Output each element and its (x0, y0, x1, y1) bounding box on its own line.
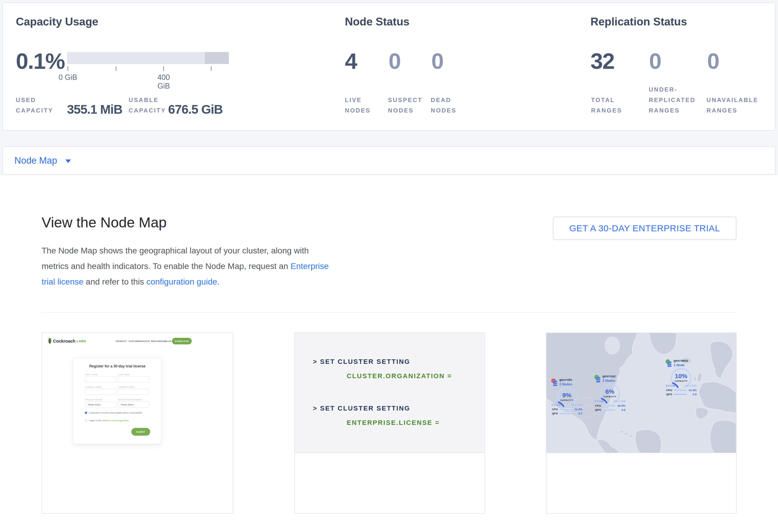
cpu-value: 42.5% (617, 404, 625, 407)
intro-paragraph: The Node Map shows the geographical layo… (42, 243, 329, 290)
last-name-label: LAST NAME (118, 374, 130, 376)
capacity-label: CAPACITY (594, 395, 625, 398)
cluster-summary-panel: Capacity Usage 0.1% 0 GiB 400 GiB USED C… (2, 2, 776, 131)
first-name-input (85, 376, 116, 382)
capacity-total: 34.4 GiB (685, 384, 697, 387)
nav-item-customers: CUSTOMERS (129, 340, 143, 342)
node-map-dropdown[interactable]: Node Map (14, 155, 71, 166)
download-button: DOWNLOAD (172, 338, 192, 345)
capacity-percent: 6% (594, 388, 625, 395)
cluster-overview-page: Capacity Usage 0.1% 0 GiB 400 GiB USED C… (0, 0, 778, 532)
sql-prompt-2: > SET CLUSTER SETTING (313, 404, 410, 412)
total-ranges-count: 32 (591, 48, 614, 74)
suspect-nodes-label: SUSPECT NODES (388, 83, 422, 116)
intro-line3-text: and refer to this (83, 277, 146, 286)
capacity-tick (163, 66, 164, 71)
node-count: 2 Nodes (559, 382, 572, 386)
step-2-card: > SET CLUSTER SETTING CLUSTER.ORGANIZATI… (294, 332, 485, 514)
capacity-tick (211, 66, 212, 71)
node-count: 1 Node (674, 363, 685, 367)
qps-label: QPS (666, 393, 673, 396)
company-name-input (85, 389, 116, 395)
intro-line2-text: metrics and health indicators. To enable… (42, 261, 291, 271)
database-icon (596, 377, 601, 383)
qps-label: QPS (595, 408, 602, 411)
unavailable-ranges-label: UNAVAILABLE RANGES (706, 83, 758, 116)
capacity-total: 35.1 GiB (571, 403, 582, 406)
suspect-nodes-count: 0 (389, 48, 400, 74)
used-capacity-label: USED CAPACITY (16, 83, 53, 116)
used-capacity-value: 355.1 MiB (67, 102, 122, 117)
capacity-used: 3.6 GiB (666, 384, 676, 387)
capacity-percent: 9% (551, 392, 582, 399)
cpu-value: 11.0% (574, 407, 582, 411)
step-1-card: Cockroach LABS PRODUCT CUSTOMERS DOCS RE… (42, 332, 233, 514)
capacity-percent: 0.1% (16, 48, 65, 74)
chevron-down-icon (66, 159, 71, 163)
reason-for-interest-label: REASON FOR INTEREST (118, 399, 142, 401)
capacity-percent: 10% (666, 373, 697, 380)
capacity-usage-title: Capacity Usage (16, 15, 98, 28)
database-icon (667, 362, 672, 367)
node-status-title: Node Status (345, 15, 409, 28)
get-enterprise-trial-button[interactable]: GET A 30-DAY ENTERPRISE TRIAL (553, 217, 736, 240)
form-title: Register for a 30-day trial license (73, 364, 161, 368)
capacity-label: CAPACITY (666, 380, 697, 382)
nav-item-resources: RESOURCES (151, 340, 165, 342)
sql-setting-license: ENTERPRISE.LICENSE = (347, 419, 440, 427)
capacity-label: CAPACITY (551, 399, 582, 401)
qps-sparkline (560, 412, 572, 415)
capacity-used: 3.7 GiB (594, 399, 604, 403)
dead-nodes-label: DEAD NODES (431, 83, 456, 116)
qps-value: 0.0 (622, 408, 625, 411)
locality-name: geo=sfo (559, 378, 572, 381)
configuration-guide-link[interactable]: configuration guide (146, 277, 217, 286)
sql-prompt-1: > SET CLUSTER SETTING (313, 358, 410, 366)
unavailable-count: 0 (707, 48, 719, 74)
locality-name: geo=nyc (603, 374, 616, 378)
cpu-label: CPU (595, 404, 602, 407)
database-icon (553, 381, 557, 386)
nav-item-blog: BLOG (165, 340, 172, 342)
total-ranges-label: TOTAL RANGES (591, 83, 622, 116)
cpu-label: CPU (552, 407, 558, 411)
cpu-sparkline (560, 408, 572, 410)
capacity-bar: 0 GiB 400 GiB (67, 52, 229, 64)
under-replicated-count: 0 (649, 48, 661, 74)
usable-capacity-label: USABLE CAPACITY (129, 83, 166, 116)
usable-capacity-value: 676.5 GiB (168, 102, 223, 117)
trial-license-form: Register for a 30-day trial license FIRS… (73, 358, 161, 444)
intro-line1: The Node Map shows the geographical layo… (42, 246, 309, 255)
sql-setting-organization: CLUSTER.ORGANIZATION = (347, 372, 452, 380)
qps-value: 4.7 (578, 412, 582, 415)
company-email-label: COMPANY EMAIL (118, 386, 135, 388)
capacity-tick (68, 66, 68, 71)
replication-status-title: Replication Status (591, 15, 687, 28)
project-phase-label: PROJECT PHASE (85, 399, 102, 401)
nav-item-docs: DOCS (143, 340, 150, 342)
company-name-label: COMPANY NAME (85, 386, 102, 388)
live-nodes-label: LIVE NODES (345, 83, 371, 116)
enterprise-trial-license-link[interactable]: trial license (42, 277, 83, 286)
dead-nodes-count: 0 (431, 48, 443, 74)
page-title: View the Node Map (42, 214, 167, 231)
view-selector-bar: Node Map (2, 146, 776, 175)
brand-name: Cockroach (53, 338, 75, 344)
capacity-tick-label-0: 0 GiB (56, 73, 80, 82)
project-phase-select: Please Select (85, 401, 116, 407)
checkbox-empty-icon (85, 420, 87, 422)
company-email-input (118, 389, 149, 395)
step-3-card: 1 geo=sfo 2 Nodes 9% CAPACITY 3.2 GiB 35… (546, 332, 737, 514)
nav-item-product: PRODUCT (116, 340, 127, 342)
first-name-label: FIRST NAME (85, 374, 97, 376)
locality-name: geo=ams (674, 359, 688, 362)
node-map-dropdown-label: Node Map (14, 155, 57, 166)
qps-value: 0.0 (693, 393, 697, 396)
enterprise-trial-license-link[interactable]: Enterprise (291, 261, 329, 271)
cpu-sparkline (674, 389, 687, 391)
trial-signup-screenshot: Cockroach LABS PRODUCT CUSTOMERS DOCS RE… (42, 333, 233, 451)
sql-commands-panel: > SET CLUSTER SETTING CLUSTER.ORGANIZATI… (295, 333, 484, 453)
qps-sparkline (603, 408, 615, 411)
cockroach-labs-logo-icon (48, 337, 52, 344)
geo-ams-widget: ✓ geo=ams 1 Node 10% CAPACITY 3.6 GiB 34… (666, 359, 697, 397)
